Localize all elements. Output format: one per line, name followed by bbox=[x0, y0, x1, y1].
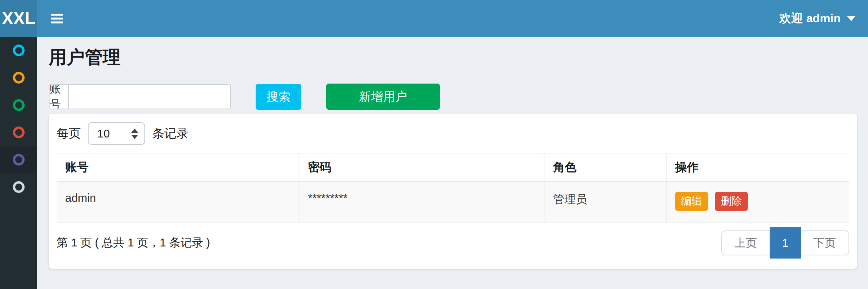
per-page-select[interactable]: 10 bbox=[88, 122, 145, 145]
table-panel: 每页 10 条记录 账号 密码 角色 操作 bbox=[49, 114, 857, 269]
column-header-role: 角色 bbox=[544, 154, 666, 181]
column-header-actions: 操作 bbox=[666, 154, 849, 181]
main-content: 用户管理 账号 搜索 新增用户 每页 10 条记录 bbox=[37, 37, 868, 289]
sidebar-item-4[interactable] bbox=[0, 119, 37, 146]
user-dropdown[interactable]: 欢迎 admin bbox=[779, 11, 856, 27]
pagination-summary: 第 1 页 ( 总共 1 页，1 条记录 ) bbox=[57, 235, 210, 251]
app-logo[interactable]: XXL bbox=[0, 0, 37, 37]
up-down-arrows-icon bbox=[131, 128, 138, 139]
account-input-group: 账号 bbox=[49, 84, 231, 109]
table-footer: 第 1 页 ( 总共 1 页，1 条记录 ) 上页 1 下页 bbox=[57, 230, 849, 255]
add-user-button[interactable]: 新增用户 bbox=[326, 84, 440, 110]
cell-password: ********* bbox=[299, 181, 544, 222]
navbar-main: 欢迎 admin bbox=[37, 0, 868, 37]
hamburger-menu-icon[interactable] bbox=[47, 8, 67, 29]
caret-down-icon bbox=[847, 16, 856, 21]
sidebar-item-6[interactable] bbox=[0, 173, 37, 201]
hamburger-bar bbox=[51, 21, 63, 23]
cell-account: admin bbox=[57, 181, 299, 222]
column-header-account: 账号 bbox=[57, 154, 299, 181]
circle-outline-icon bbox=[13, 181, 25, 193]
search-toolbar: 账号 搜索 新增用户 bbox=[49, 84, 857, 110]
table-header-row: 账号 密码 角色 操作 bbox=[57, 154, 849, 181]
page-title: 用户管理 bbox=[49, 45, 857, 70]
delete-button[interactable]: 删除 bbox=[715, 192, 748, 211]
pagination: 上页 1 下页 bbox=[721, 230, 849, 255]
account-field-label: 账号 bbox=[50, 85, 69, 109]
pagination-current-page[interactable]: 1 bbox=[770, 227, 801, 259]
sidebar-item-1[interactable] bbox=[0, 37, 37, 64]
search-button[interactable]: 搜索 bbox=[256, 84, 301, 110]
per-page-suffix-label: 条记录 bbox=[152, 125, 189, 142]
circle-outline-icon bbox=[13, 127, 25, 138]
sidebar-nav bbox=[0, 37, 37, 289]
pagination-next-button[interactable]: 下页 bbox=[801, 230, 849, 255]
edit-button[interactable]: 编辑 bbox=[675, 192, 708, 211]
pagination-prev-button[interactable]: 上页 bbox=[721, 230, 770, 255]
cell-role: 管理员 bbox=[544, 181, 666, 222]
circle-outline-icon bbox=[13, 72, 25, 84]
circle-outline-icon bbox=[13, 45, 25, 56]
top-navbar: XXL 欢迎 admin bbox=[0, 0, 868, 37]
column-header-password: 密码 bbox=[299, 154, 544, 181]
circle-outline-icon bbox=[13, 99, 25, 111]
per-page-prefix-label: 每页 bbox=[57, 125, 81, 142]
per-page-control: 每页 10 条记录 bbox=[57, 122, 849, 145]
users-table: 账号 密码 角色 操作 admin ********* 管理员 编辑 删除 bbox=[57, 153, 849, 223]
account-search-input[interactable] bbox=[69, 85, 230, 109]
sidebar-item-3[interactable] bbox=[0, 91, 37, 119]
welcome-label: 欢迎 admin bbox=[779, 11, 841, 27]
table-row: admin ********* 管理员 编辑 删除 bbox=[57, 181, 849, 222]
hamburger-bar bbox=[51, 18, 63, 20]
per-page-value: 10 bbox=[97, 127, 110, 140]
sidebar-item-2[interactable] bbox=[0, 64, 37, 91]
cell-actions: 编辑 删除 bbox=[666, 181, 849, 222]
hamburger-bar bbox=[51, 14, 63, 16]
sidebar-item-5-active[interactable] bbox=[0, 146, 37, 173]
circle-outline-icon bbox=[13, 154, 25, 166]
